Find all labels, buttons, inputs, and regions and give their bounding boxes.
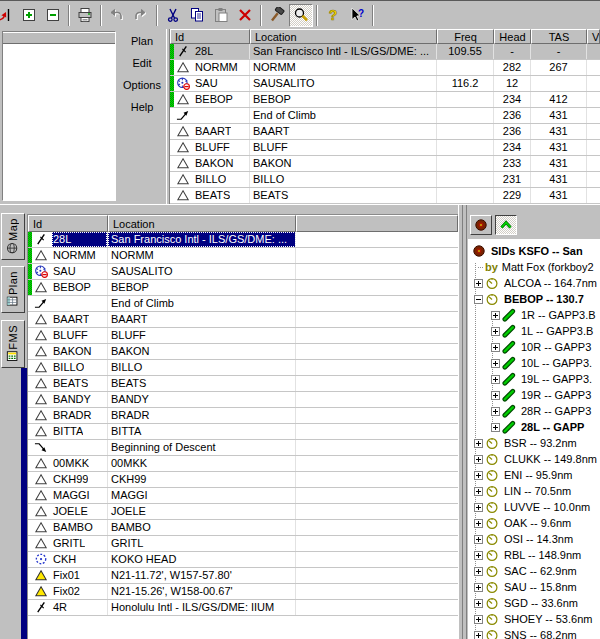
plan-row-Fix01[interactable]: Fix01N21-11.72', W157-57.80' [28,568,458,584]
tree-item-alcoa[interactable]: ALCOA -- 164.7nm [471,275,600,291]
plan-row-MAGGI[interactable]: MAGGIMAGGI [28,488,458,504]
plan-row-BAKON[interactable]: BAKONBAKON [28,344,458,360]
remove-waypoint-button[interactable] [41,4,65,27]
tree-runway-1r[interactable]: 1R -- GAPP3.B [471,307,600,323]
plan-row-BAART[interactable]: BAARTBAART236431 [170,124,600,140]
plan-row-beginning-of-descent[interactable]: Beginning of Descent [28,440,458,456]
tree-item-bebop[interactable]: BEBOP -- 130.7 [471,291,600,307]
column-header-tas[interactable]: TAS [531,29,587,44]
column-header-blank[interactable] [296,215,458,232]
tree-item-eni[interactable]: ENI -- 95.9nm [471,467,600,483]
plan-row-end-of-climb[interactable]: End of Climb [28,296,458,312]
undo-button[interactable] [105,4,129,27]
plan-row-BEATS[interactable]: BEATSBEATS229431 [170,188,600,204]
tree-item-osi[interactable]: OSI -- 14.3nm [471,531,600,547]
plan-row-SAU[interactable]: SAUSAUSALITO116.212 [170,76,600,92]
plan-row-BANDY[interactable]: BANDYBANDY [28,392,458,408]
cut-button[interactable] [161,4,185,27]
redo-button[interactable] [129,4,153,27]
plan-row-BLUFF[interactable]: BLUFFBLUFF [28,328,458,344]
tree-runway-28l[interactable]: 28L -- GAPP [471,419,600,435]
paste-icon [213,7,229,23]
tree-runway-1l[interactable]: 1L -- GAPP3.B [471,323,600,339]
menu-help[interactable]: Help [118,100,166,122]
plan-row-Fix02[interactable]: Fix02N21-15.26', W158-00.67' [28,584,458,600]
tree-byline: byMatt Fox (forkboy2 [471,259,600,275]
plan-row-BAART[interactable]: BAARTBAART [28,312,458,328]
column-header-id[interactable]: Id [28,215,108,232]
plan-row-28L[interactable]: 28LSan Francisco Intl - ILS/GS/DME: ...1… [170,44,600,60]
row-id: Fix02 [52,584,80,599]
column-header-freq[interactable]: Freq [437,29,494,44]
row-extra [296,456,458,471]
plan-row-BEATS[interactable]: BEATSBEATS [28,376,458,392]
tab-fms[interactable]: FMS [1,320,25,368]
copy-button[interactable] [185,4,209,27]
plan-row-CKH[interactable]: CKHKOKO HEAD [28,552,458,568]
row-id: 28L [52,232,107,247]
tree-runway-10r[interactable]: 10R -- GAPP3 [471,339,600,355]
plan-row-00MKK[interactable]: 00MKK00MKK [28,456,458,472]
help-button[interactable]: ? [321,4,345,27]
tree-root[interactable]: SIDs KSFO -- San [471,243,600,259]
tab-map[interactable]: Map [1,213,25,260]
tab-plan[interactable]: Plan [1,266,25,313]
plan-row-CKH99[interactable]: CKH99CKH99 [28,472,458,488]
tree-item-luvve[interactable]: LUVVE -- 10.0nm [471,499,600,515]
plan-row-BLUFF[interactable]: BLUFFBLUFF234431 [170,140,600,156]
plan-row-end-of-climb[interactable]: End of Climb236431 [170,108,600,124]
plan-row-BILLO[interactable]: BILLOBILLO [28,360,458,376]
paste-button[interactable] [209,4,233,27]
build-button[interactable] [265,4,289,27]
route-arrow-button[interactable] [0,4,17,27]
chevron-up-button[interactable] [495,215,517,235]
tree-item-sau[interactable]: SAU -- 15.8nm [471,579,600,595]
column-header-location[interactable]: Location [108,215,296,232]
tree-runway-28r[interactable]: 28R -- GAPP3 [471,403,600,419]
plan-row-GRITL[interactable]: GRITLGRITL [28,536,458,552]
tree-item-bsr[interactable]: BSR -- 93.2nm [471,435,600,451]
clock-icon [485,596,500,611]
tree-item-clukk[interactable]: CLUKK -- 149.8nm [471,451,600,467]
menu-plan[interactable]: Plan [118,34,166,56]
tree-item-shoey[interactable]: SHOEY -- 53.6nm [471,611,600,627]
plan-row-BAKON[interactable]: BAKONBAKON233431 [170,156,600,172]
plan-row-NORMM[interactable]: NORMMNORMM [28,248,458,264]
plan-row-SAU[interactable]: SAUSAUSALITO [28,264,458,280]
plan-row-JOELE[interactable]: JOELEJOELE [28,504,458,520]
print-button[interactable] [73,4,97,27]
column-header-head[interactable]: Head [494,29,531,44]
column-header-v[interactable]: V [587,29,600,44]
plan-row-BRADR[interactable]: BRADRBRADR [28,408,458,424]
tree-item-oak[interactable]: OAK -- 9.6nm [471,515,600,531]
row-id: CKH99 [52,472,88,487]
plan-row-BEBOP[interactable]: BEBOPBEBOP234412 [170,92,600,108]
add-waypoint-button[interactable] [17,4,41,27]
plan-row-BITTA[interactable]: BITTABITTA [28,424,458,440]
tree-item-lin[interactable]: LIN -- 70.5nm [471,483,600,499]
plan-row-BEBOP[interactable]: BEBOPBEBOP [28,280,458,296]
column-header-location[interactable]: Location [250,29,437,44]
tree-item-sns[interactable]: SNS -- 68.2nm [471,627,600,639]
tree-runway-19l[interactable]: 19L -- GAPP3. [471,371,600,387]
tree-connector [475,263,476,635]
tree-runway-10l[interactable]: 10L -- GAPP3. [471,355,600,371]
triangle-icon [34,424,49,439]
column-header-id[interactable]: Id [170,29,250,44]
tree-item-sac[interactable]: SAC -- 62.9nm [471,563,600,579]
plan-row-4R[interactable]: 4RHonolulu Intl - ILS/GS/DME: IIUM [28,600,458,616]
tree-item-sgd[interactable]: SGD -- 33.6nm [471,595,600,611]
menu-options[interactable]: Options [118,78,166,100]
tree-runway-19r[interactable]: 19R -- GAPP3 [471,387,600,403]
plan-row-28L[interactable]: 28LSan Francisco Intl - ILS/GS/DME: ... [28,232,458,248]
panel-splitter[interactable] [458,205,468,639]
delete-button[interactable] [233,4,257,27]
plan-row-BAMBO[interactable]: BAMBOBAMBO [28,520,458,536]
plan-row-BILLO[interactable]: BILLOBILLO231431 [170,172,600,188]
context-help-button[interactable]: ? [345,4,369,27]
tree-item-rbl[interactable]: RBL -- 148.9nm [471,547,600,563]
plan-row-NORMM[interactable]: NORMMNORMM282267 [170,60,600,76]
eye-button[interactable] [470,215,492,235]
menu-edit[interactable]: Edit [118,56,166,78]
magnify-button[interactable] [289,4,313,27]
